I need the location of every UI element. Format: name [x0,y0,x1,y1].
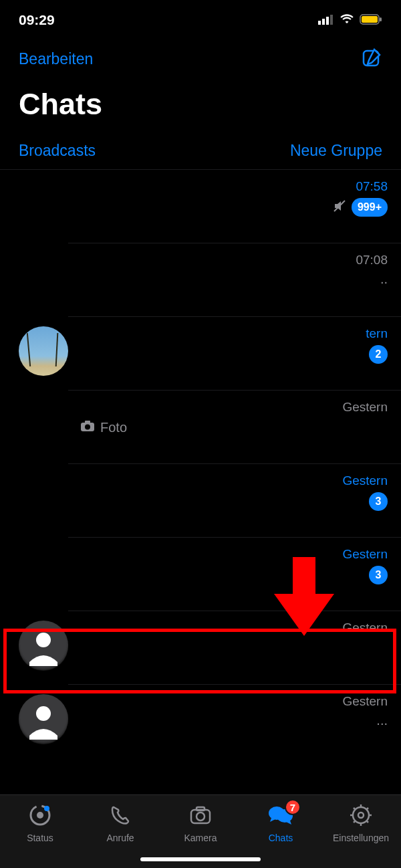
chat-preview: Foto [100,420,127,435]
chat-item[interactable]: Gestern ... [0,685,401,758]
tab-label: Chats [269,833,293,843]
phone-icon [108,803,132,830]
camera-icon [80,420,95,435]
svg-rect-6 [380,17,382,21]
svg-point-20 [196,812,205,821]
svg-rect-1 [322,19,325,25]
new-group-button[interactable]: Neue Gruppe [290,142,382,160]
chat-item[interactable]: 07:08 .. [0,243,401,317]
chat-time: 07:08 [356,253,388,267]
avatar [19,253,68,302]
status-time: 09:29 [19,12,55,28]
unread-badge: 999+ [352,198,388,217]
chat-preview: ... [376,713,388,728]
avatar [19,326,68,376]
avatar [19,473,68,523]
avatar [19,621,68,670]
chat-time: Gestern [342,473,388,488]
sub-actions: Broadcasts Neue Gruppe [0,127,401,170]
svg-rect-0 [318,21,321,25]
svg-rect-5 [362,16,378,23]
home-indicator[interactable] [140,857,261,861]
compose-icon[interactable] [361,47,382,71]
tab-badge: 7 [285,799,301,815]
avatar [19,547,68,596]
svg-point-24 [358,812,364,818]
battery-icon [360,12,382,28]
status-bar: 09:29 [0,0,401,35]
header: Bearbeiten Chats [0,35,401,127]
chat-time: Gestern [342,400,388,415]
svg-rect-10 [85,421,90,423]
chat-preview: .. [380,272,388,287]
svg-point-16 [37,812,43,819]
chat-item[interactable]: Gestern Foto [0,391,401,464]
gear-icon [349,803,373,830]
svg-point-13 [36,706,51,721]
svg-point-12 [36,633,51,647]
svg-point-11 [85,425,90,430]
tab-settings[interactable]: Einstellungen [321,795,401,868]
tab-label: Einstellungen [333,833,389,843]
svg-rect-3 [330,15,333,25]
avatar [19,400,68,449]
edit-button[interactable]: Bearbeiten [19,50,93,68]
tab-status[interactable]: Status [0,795,80,868]
tab-label: Anrufe [106,833,134,843]
unread-badge: 2 [369,345,388,364]
tab-label: Kamera [184,833,217,843]
avatar [19,694,68,744]
svg-line-29 [354,808,356,810]
chat-item[interactable]: Gestern [0,611,401,685]
page-title: Chats [19,87,382,122]
status-icons [318,12,382,28]
muted-icon [333,199,346,215]
chat-time: tern [366,326,388,341]
camera-icon [188,803,213,830]
broadcasts-button[interactable]: Broadcasts [19,142,96,160]
wifi-icon [340,12,354,28]
chat-time: 07:58 [356,179,388,194]
signal-icon [318,12,334,28]
status-icon [28,803,52,830]
chat-time: Gestern [342,621,388,635]
chat-list: 07:58 999+ 07:08 .. tern 2 Gestern [0,170,401,758]
svg-rect-19 [196,807,205,810]
svg-line-30 [366,821,368,823]
chat-time: Gestern [342,547,388,562]
svg-line-31 [354,821,356,823]
unread-badge: 3 [369,566,388,584]
tab-label: Status [27,833,53,843]
chat-item[interactable]: tern 2 [0,317,401,391]
chat-item[interactable]: Gestern 3 [0,538,401,611]
chat-item[interactable]: 07:58 999+ [0,170,401,243]
chat-item[interactable]: Gestern 3 [0,464,401,538]
svg-rect-2 [326,17,329,25]
chat-time: Gestern [342,694,388,709]
avatar [19,179,68,229]
svg-point-17 [44,806,49,811]
svg-line-32 [366,808,368,810]
unread-badge: 3 [369,492,388,511]
